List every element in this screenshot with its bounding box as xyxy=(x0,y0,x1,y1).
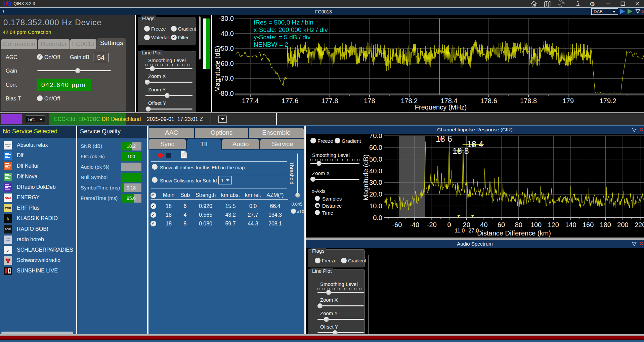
agc-checkbox[interactable] xyxy=(37,54,43,60)
lineplot-offset-y-slider-thumb[interactable] xyxy=(146,106,151,112)
horizontal-splitter[interactable] xyxy=(306,238,644,240)
tab-audio[interactable]: Audio xyxy=(222,139,259,149)
audio-lineplot-zoom-x-slider-thumb[interactable] xyxy=(317,303,323,308)
vertical-scrollbar[interactable] xyxy=(199,16,201,59)
close-panel-icon[interactable]: ✕ xyxy=(639,241,643,246)
filter-funnel-icon[interactable] xyxy=(632,242,637,248)
tuner-tab-fc0013[interactable]: FC0013 xyxy=(70,39,96,49)
cir-zoom-x-slider-thumb[interactable] xyxy=(310,177,315,182)
tuner-tab-recorder[interactable]: Recorder xyxy=(38,39,70,49)
row-checkbox[interactable] xyxy=(151,203,156,209)
cir-xaxis-distance-radio[interactable] xyxy=(315,203,320,208)
lineplot-zoom-x-slider-thumb[interactable] xyxy=(145,80,150,85)
threshold-slider-track[interactable] xyxy=(297,154,298,196)
audio-flags-gradient-checkbox[interactable] xyxy=(341,258,347,263)
service-item-klassik-radio[interactable]: kKLASSIK RADIO xyxy=(0,213,76,224)
tuner-tab-connection[interactable]: Connection xyxy=(1,39,37,49)
service-item-absolut-relax[interactable]: Absolut relaxAbsolut relax xyxy=(0,140,76,151)
service-item-schwarzwaldradio[interactable]: Schwarzwaldradio xyxy=(0,255,76,266)
lineplot-zoom-y-slider-thumb[interactable] xyxy=(165,93,170,98)
service-item-dlf-kultur[interactable]: Dlf Kultur xyxy=(0,161,76,171)
gain-slider-thumb[interactable] xyxy=(75,68,80,73)
tab-options[interactable]: Options xyxy=(195,128,248,138)
cir-xaxis-time-radio[interactable] xyxy=(315,210,320,215)
show-all-entries-checkbox[interactable] xyxy=(152,164,158,170)
gain-db-input[interactable]: 54 xyxy=(93,53,109,62)
gear-icon[interactable]: ⚙ xyxy=(588,0,596,7)
tii-col-header[interactable]: km abs. xyxy=(221,192,240,198)
lineplot-offset-y-slider-track[interactable] xyxy=(145,109,192,110)
cir-xaxis-samples-radio[interactable] xyxy=(315,196,320,201)
show-collisions-checkbox[interactable] xyxy=(152,177,158,183)
play-button[interactable] xyxy=(620,9,625,14)
log-file-icon[interactable] xyxy=(181,151,187,160)
bias-t-checkbox[interactable] xyxy=(37,95,43,101)
tab-aac[interactable]: AAC xyxy=(149,128,194,138)
threshold-slider-thumb[interactable] xyxy=(295,193,300,198)
cir-smoothing-level-slider-thumb[interactable] xyxy=(316,161,321,166)
tii-table-row[interactable]: 1880.08059.744.3208.1 xyxy=(148,220,290,229)
close-button[interactable] xyxy=(633,0,641,7)
tii-col-header[interactable]: AZM(°) xyxy=(267,192,284,198)
flags-gradient-checkbox[interactable] xyxy=(171,26,177,32)
service-item-dradio-dokdeb[interactable]: DRadio DokDeb xyxy=(0,182,76,193)
tab-ensemble[interactable]: Ensemble xyxy=(249,128,304,138)
tii-col-header[interactable]: km rel. xyxy=(245,192,261,198)
service-item-energy[interactable]: NRJENERGY xyxy=(0,193,76,203)
ensemble-dropdown-button[interactable] xyxy=(218,116,227,123)
channel-select[interactable]: 5C xyxy=(26,116,45,123)
flags-waterfall-checkbox[interactable] xyxy=(144,35,150,40)
close-panel-icon[interactable]: ✕ xyxy=(639,127,643,132)
service-item-schlagerparadies[interactable]: ♪SCHLAGERPARADIES xyxy=(0,245,76,255)
map-icon[interactable] xyxy=(543,0,551,7)
x10-checkbox[interactable] xyxy=(291,209,296,214)
minimize-button[interactable] xyxy=(604,0,612,7)
service-item-erf-plus[interactable]: ERFERF Plus xyxy=(0,203,76,213)
tuner-tab-settings[interactable]: Settings xyxy=(97,38,126,49)
lineplot-zoom-x-slider-track[interactable] xyxy=(145,82,192,83)
info-icon[interactable] xyxy=(574,0,582,7)
row-checkbox[interactable] xyxy=(151,221,156,226)
flags-filter-checkbox[interactable] xyxy=(171,35,177,40)
tab-tii[interactable]: TII xyxy=(187,139,221,151)
tab-service[interactable]: Service xyxy=(260,139,305,149)
filter-funnel-icon[interactable] xyxy=(632,127,637,133)
sub-id-select[interactable]: 1 xyxy=(218,176,232,184)
tii-col-header[interactable]: Sub xyxy=(180,192,190,198)
audio-lineplot-offset-y-slider-track[interactable] xyxy=(317,332,364,333)
cir-zoom-x-slider-track[interactable] xyxy=(310,179,359,180)
mode-select[interactable]: DAB xyxy=(591,8,618,15)
horizontal-scrollbar[interactable] xyxy=(1,332,73,334)
audio-flags-freeze-checkbox[interactable] xyxy=(315,258,320,263)
audio-lineplot-smoothing-level-slider-track[interactable] xyxy=(317,292,364,293)
tii-table-row[interactable]: 1840.56543.227.7134.3 xyxy=(148,211,290,220)
record-icon[interactable] xyxy=(158,153,163,158)
tii-col-header[interactable]: Main xyxy=(163,192,175,198)
service-item-sunshine-live[interactable]: SUNSHINE LIVE xyxy=(0,266,76,276)
row-checkbox[interactable] xyxy=(151,212,156,218)
satellite-icon[interactable] xyxy=(557,0,565,7)
service-item-radio-horeb[interactable]: radio horebradio horeb xyxy=(0,234,76,245)
cir-freeze-checkbox[interactable] xyxy=(310,138,316,143)
tab-sync[interactable]: Sync xyxy=(149,139,186,149)
service-item-radio-bob[interactable]: BOB!RADIO BOB! xyxy=(0,224,76,234)
home-icon[interactable] xyxy=(530,0,538,7)
gain-slider-track[interactable] xyxy=(37,70,111,71)
stop-icon[interactable] xyxy=(166,153,171,158)
flags-freeze-checkbox[interactable] xyxy=(144,26,150,32)
toolbar-close-icon[interactable]: ✕ xyxy=(641,9,644,15)
select-all-icon[interactable] xyxy=(151,193,156,198)
service-item-dlf-nova[interactable]: Dlf Nova xyxy=(0,172,76,182)
play-all-button[interactable] xyxy=(628,9,632,14)
tii-table-row[interactable]: 1860.92015.50.066.4 xyxy=(148,203,290,211)
service-item-dlf[interactable]: Dlf xyxy=(0,151,76,161)
rf-spectrum-plot[interactable]: -30.0-40.0-50.0-60.0-70.0-80.0177.4177.6… xyxy=(212,15,644,112)
filter-funnel-icon[interactable] xyxy=(635,9,640,15)
lineplot-smoothing-level-slider-thumb[interactable] xyxy=(150,66,155,71)
audio-lineplot-smoothing-level-slider-thumb[interactable] xyxy=(326,290,331,295)
cir-gradient-checkbox[interactable] xyxy=(335,138,340,143)
tii-col-header[interactable]: Strength xyxy=(196,192,216,198)
audio-lineplot-zoom-y-slider-thumb[interactable] xyxy=(324,317,329,322)
maximize-button[interactable] xyxy=(619,0,627,7)
audio-lineplot-zoom-x-slider-track[interactable] xyxy=(317,305,364,306)
